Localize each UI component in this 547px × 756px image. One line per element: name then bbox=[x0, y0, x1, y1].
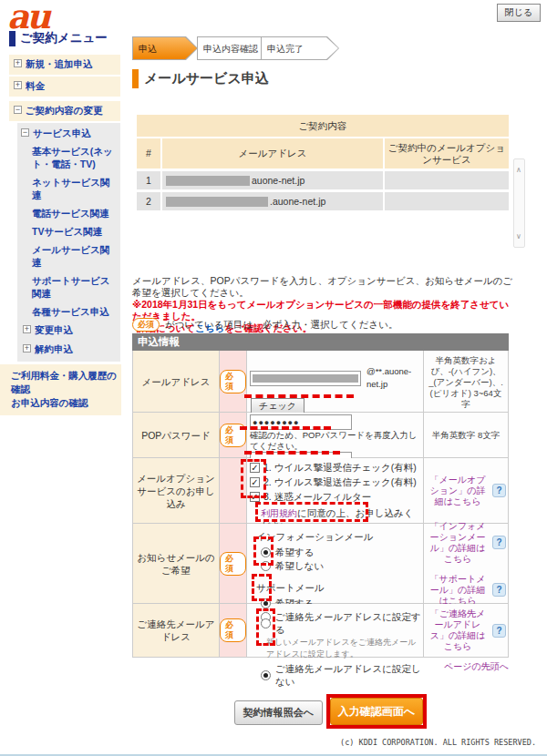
chevron-down-icon[interactable]: ∨ bbox=[516, 232, 521, 240]
question-icon[interactable]: ? bbox=[492, 624, 506, 638]
input-rule-text: 半角英数字 8文字 bbox=[432, 430, 500, 441]
masked-email bbox=[166, 197, 268, 207]
sidebar-item-fees[interactable]: + 料金 bbox=[9, 77, 120, 97]
required-badge: 必須 bbox=[220, 552, 246, 576]
table-scrollbar[interactable]: ∧ ∨ bbox=[513, 158, 525, 248]
form-row-mail-address: メールアドレス 必須 @**.auone-net.jp チェック 半角英数字およ… bbox=[133, 351, 508, 413]
confirm-instruction: 確認のため、POPパスワードを再度入力してください。 bbox=[250, 430, 421, 452]
required-note: 必須 がついている項目は、必ず入力・選択してください。 bbox=[132, 318, 397, 332]
sidebar-item-cancel-application[interactable]: + 解約申込 bbox=[23, 343, 117, 356]
checkbox-checked-icon[interactable]: ✓ bbox=[250, 477, 260, 487]
question-icon[interactable]: ? bbox=[492, 583, 506, 597]
sidebar-bottom-items: ご利用料金・購入履歴の確認 お申込内容の確認 bbox=[0, 364, 121, 415]
chevron-up-icon[interactable]: ∧ bbox=[516, 166, 521, 174]
form-section-header: 申込情報 bbox=[132, 333, 509, 351]
breadcrumb-step-complete: 申込完了 bbox=[261, 36, 339, 60]
info-cell: 「インフォメーションメール」の詳細はこちら ? 「サポートメール」の詳細はこちら… bbox=[424, 524, 508, 603]
options-cell bbox=[385, 171, 509, 189]
mail-address-input[interactable] bbox=[250, 371, 361, 386]
sidebar-item-label: 解約申込 bbox=[35, 343, 73, 356]
form-row-mail-options: メールオプションサービスのお申し込み ✓ 1. ウイルス撃退受信チェック(有料)… bbox=[133, 458, 508, 524]
pop-password-input[interactable]: ●●●●●●●● bbox=[250, 414, 352, 430]
required-badge: 必須 bbox=[132, 318, 160, 332]
sidebar-item-usage-history[interactable]: ご利用料金・購入履歴の確認 bbox=[11, 369, 119, 396]
sidebar-item-new-application[interactable]: + 新規・追加申込 bbox=[9, 55, 120, 75]
breadcrumb-step-label: 申込内容確認 bbox=[203, 43, 258, 56]
question-icon[interactable]: ? bbox=[492, 484, 506, 497]
row-number: 2 bbox=[137, 192, 160, 210]
sidebar-item-application-status[interactable]: お申込内容の確認 bbox=[11, 396, 119, 410]
sidebar-item-tv-service[interactable]: TVサービス関連 bbox=[32, 225, 117, 238]
masked-email bbox=[166, 176, 250, 186]
confirm-highlight-annotation: 入力確認画面へ bbox=[326, 694, 427, 729]
minus-icon[interactable]: − bbox=[14, 106, 22, 114]
sidebar-item-phone-service[interactable]: 電話サービス関連 bbox=[32, 207, 117, 220]
sidebar-item-service-application[interactable]: − サービス申込 bbox=[21, 128, 117, 140]
page-top-link[interactable]: ページの先頭へ bbox=[444, 661, 509, 671]
masked-input-value bbox=[253, 374, 358, 383]
sidebar-title: ご契約メニュー bbox=[20, 30, 108, 46]
sidebar-item-various-service[interactable]: 各種サービス申込 bbox=[32, 305, 117, 318]
input-cell: @**.auone-net.jp チェック bbox=[247, 351, 424, 412]
info-cell: 「ご連絡先メールアドレス」の詳細はこちら ? bbox=[424, 604, 508, 657]
plus-icon[interactable]: + bbox=[23, 325, 31, 333]
sidebar-item-label: 料金 bbox=[26, 80, 45, 93]
radio-selected-icon[interactable] bbox=[261, 547, 271, 557]
plus-icon[interactable]: + bbox=[23, 344, 31, 352]
plus-icon[interactable]: + bbox=[14, 59, 22, 67]
email-suffix: auone-net.jp bbox=[252, 175, 304, 186]
application-form: 申込情報 メールアドレス 必須 @**.auone-net.jp チェック 半角… bbox=[132, 333, 509, 658]
checkbox-checked-icon[interactable]: ✓ bbox=[250, 492, 260, 502]
radio-unselected-icon[interactable] bbox=[261, 561, 271, 571]
form-row-pop-password: POPパスワード 必須 ●●●●●●●● 確認のため、POPパスワードを再度入力… bbox=[133, 413, 508, 458]
form-row-contact-address: ご連絡先メールアドレス 必須 ご連絡先メールアドレスに設定する 新しいメールアド… bbox=[133, 604, 508, 657]
table-row: 2 .auone-net.jp bbox=[137, 192, 509, 210]
checkbox-checked-icon[interactable]: ✓ bbox=[250, 463, 260, 473]
sidebar-item-net-service[interactable]: ネットサービス関連 bbox=[32, 176, 117, 201]
close-button[interactable]: 閉じる bbox=[497, 4, 541, 22]
row-label: ご連絡先メールアドレス bbox=[133, 604, 220, 657]
title-accent-bar bbox=[9, 31, 15, 46]
sidebar-item-contract-change[interactable]: − ご契約内容の変更 bbox=[9, 101, 120, 121]
contact-address-detail-link[interactable]: 「ご連絡先メールアドレス」の詳細はこちら bbox=[426, 608, 490, 652]
sidebar-item-mail-service[interactable]: メールサービス関連 bbox=[32, 243, 117, 269]
sidebar-item-support-service[interactable]: サポートサービス関連 bbox=[32, 274, 117, 300]
radio-unselected-icon[interactable] bbox=[261, 618, 271, 628]
form-table: メールアドレス 必須 @**.auone-net.jp チェック 半角英数字およ… bbox=[132, 351, 509, 658]
radio-selected-icon[interactable] bbox=[261, 598, 271, 608]
plus-icon[interactable]: + bbox=[14, 81, 22, 89]
breadcrumb-step-apply: 申込 bbox=[132, 36, 198, 60]
minus-icon[interactable]: − bbox=[21, 128, 29, 137]
terms-link[interactable]: 利用規約 bbox=[261, 508, 297, 518]
title-accent-bar bbox=[132, 69, 139, 88]
required-cell: 必須 bbox=[220, 604, 247, 657]
sidebar-item-change-application[interactable]: + 変更申込 bbox=[23, 324, 117, 337]
required-cell: 必須 bbox=[220, 524, 247, 603]
email-suffix: .auone-net.jp bbox=[270, 196, 325, 207]
required-cell: 必須 bbox=[220, 413, 247, 457]
required-badge: 必須 bbox=[220, 618, 246, 642]
row-label: POPパスワード bbox=[133, 413, 220, 457]
contact-note: 新しいメールアドレスをご連絡先メールアドレスに設定します。 bbox=[266, 637, 421, 660]
radio-group-title: インフォメーションメール bbox=[256, 531, 421, 544]
sidebar-item-label: 変更申込 bbox=[35, 324, 73, 337]
contract-inquiry-button[interactable]: 契約情報照会へ bbox=[234, 700, 323, 725]
intro-line1: メールアドレス、POPパスワードを入力し、オプションサービス、お知らせメールのご… bbox=[132, 275, 515, 299]
sidebar-service-items: 基本サービス(ネット・電話・TV) ネットサービス関連 電話サービス関連 TVサ… bbox=[21, 145, 117, 318]
option-label: 3. 迷惑メールフィルター bbox=[263, 490, 371, 503]
mail-option-detail-link[interactable]: 「メールオプション」の詳細はこちら bbox=[426, 475, 490, 507]
row-label: お知らせメールのご希望 bbox=[133, 524, 220, 603]
support-mail-detail-link[interactable]: 「サポートメール」の詳細はこちら bbox=[426, 574, 490, 607]
option-label: 1. ウイルス撃退受信チェック(有料) bbox=[263, 461, 417, 474]
sidebar-item-label: ご契約内容の変更 bbox=[26, 105, 103, 117]
radio-group-title: サポートメール bbox=[256, 582, 421, 595]
confirm-input-button[interactable]: 入力確認画面へ bbox=[330, 698, 423, 725]
sidebar-item-basic-service[interactable]: 基本サービス(ネット・電話・TV) bbox=[32, 145, 117, 170]
required-cell bbox=[220, 458, 247, 523]
question-icon[interactable]: ? bbox=[492, 536, 506, 549]
information-mail-detail-link[interactable]: 「インフォメーションメール」の詳細はこちら bbox=[426, 521, 490, 565]
input-cell: ご連絡先メールアドレスに設定する 新しいメールアドレスをご連絡先メールアドレスに… bbox=[247, 604, 424, 657]
row-label: メールアドレス bbox=[133, 351, 220, 412]
column-header-address: メールアドレス bbox=[162, 138, 383, 169]
breadcrumb-step-label: 申込 bbox=[139, 43, 157, 56]
